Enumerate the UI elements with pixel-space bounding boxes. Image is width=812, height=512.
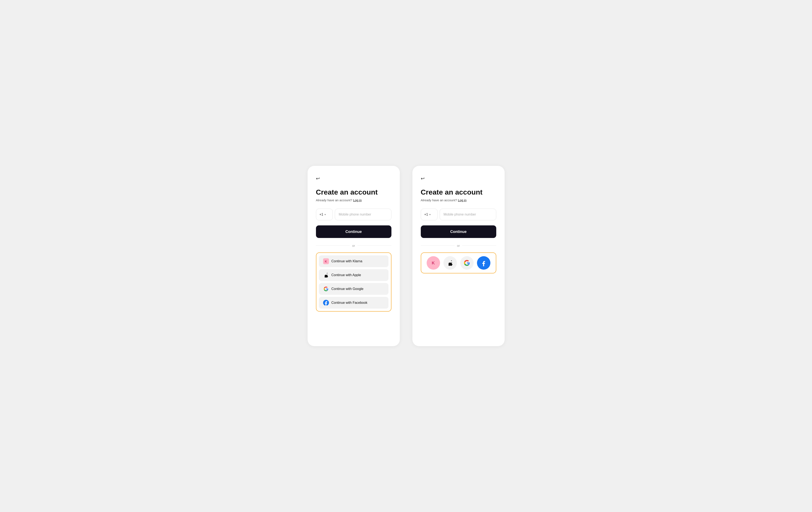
klarna-icon-button-right[interactable]: K <box>427 256 440 269</box>
phone-number-input-left[interactable] <box>335 209 392 220</box>
login-link-left[interactable]: Log in <box>353 198 362 202</box>
already-account-left: Already have an account? Log in <box>316 198 392 202</box>
social-icons-container-right: K <box>421 252 496 274</box>
or-divider-right: or <box>421 244 496 248</box>
apple-label-left: Continue with Apple <box>331 273 361 277</box>
already-account-right: Already have an account? Log in <box>421 198 496 202</box>
chevron-down-icon-right: ▾ <box>429 213 431 216</box>
page-title-left: Create an account <box>316 188 392 196</box>
apple-icon-button-right[interactable] <box>443 256 457 269</box>
facebook-label-left: Continue with Facebook <box>331 301 368 305</box>
apple-icon-left <box>323 272 329 278</box>
phone-input-row-left: +1 ▾ <box>316 209 392 220</box>
apple-button-left[interactable]: Continue with Apple <box>319 269 388 281</box>
google-label-left: Continue with Google <box>331 287 364 291</box>
google-icon-left <box>323 286 329 292</box>
or-divider-left: or <box>316 244 392 248</box>
continue-button-left[interactable]: Continue <box>316 225 392 238</box>
facebook-icon-left <box>323 300 329 306</box>
klarna-icon-left: K <box>323 258 329 264</box>
continue-button-right[interactable]: Continue <box>421 225 496 238</box>
back-button-left[interactable]: ↩ <box>316 176 320 181</box>
phone-input-row-right: +1 ▾ <box>421 209 496 220</box>
back-button-right[interactable]: ↩ <box>421 176 425 181</box>
google-button-left[interactable]: Continue with Google <box>319 283 388 295</box>
facebook-button-left[interactable]: Continue with Facebook <box>319 297 388 309</box>
country-code-select-right[interactable]: +1 ▾ <box>421 209 438 220</box>
page-title-right: Create an account <box>421 188 496 196</box>
klarna-label-left: Continue with Klarna <box>331 259 362 263</box>
country-code-select-left[interactable]: +1 ▾ <box>316 209 333 220</box>
phone-number-input-right[interactable] <box>440 209 496 220</box>
klarna-button-left[interactable]: K Continue with Klarna <box>319 255 388 267</box>
login-link-right[interactable]: Log in <box>458 198 466 202</box>
right-card: ↩ Create an account Already have an acco… <box>412 166 505 346</box>
facebook-icon-button-right[interactable] <box>477 256 490 269</box>
social-buttons-container-left: K Continue with Klarna Continue with App… <box>316 252 392 312</box>
google-icon-button-right[interactable] <box>460 256 474 269</box>
left-card: ↩ Create an account Already have an acco… <box>308 166 400 346</box>
chevron-down-icon-left: ▾ <box>324 213 326 216</box>
